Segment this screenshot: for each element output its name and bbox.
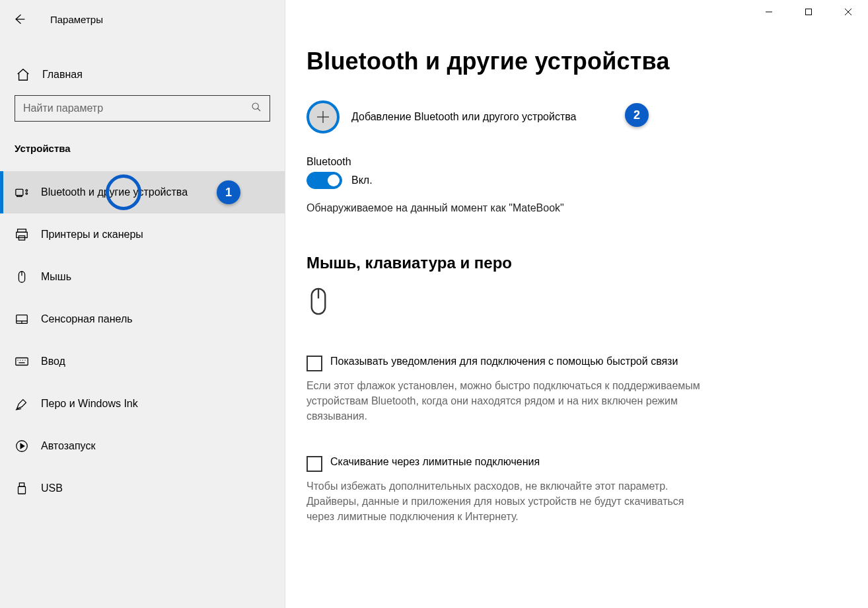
nav-label: USB xyxy=(41,482,63,494)
bluetooth-devices-icon xyxy=(15,185,29,200)
nav-pen[interactable]: Перо и Windows Ink xyxy=(0,383,285,425)
page-title: Bluetooth и другие устройства xyxy=(307,48,847,75)
printer-icon xyxy=(15,227,29,242)
usb-icon xyxy=(15,481,29,496)
nav-bluetooth[interactable]: Bluetooth и другие устройства 1 xyxy=(0,171,285,213)
toggle-state-label: Вкл. xyxy=(351,174,373,186)
bluetooth-heading: Bluetooth xyxy=(307,156,847,168)
svg-point-4 xyxy=(26,193,28,195)
mouse-device-icon[interactable] xyxy=(307,287,333,319)
search-input[interactable] xyxy=(23,102,251,114)
title-bar xyxy=(749,0,868,24)
pen-icon xyxy=(15,397,29,411)
nav-mouse[interactable]: Мышь xyxy=(0,256,285,298)
autoplay-icon xyxy=(15,439,29,453)
svg-rect-21 xyxy=(18,486,26,494)
app-title: Параметры xyxy=(50,14,103,25)
discoverable-text: Обнаруживаемое на данный момент как "Mat… xyxy=(307,202,847,214)
nav-autoplay[interactable]: Автозапуск xyxy=(0,425,285,467)
metered-label: Скачивание через лимитные подключения xyxy=(330,456,540,468)
svg-rect-5 xyxy=(18,229,26,233)
home-label: Главная xyxy=(42,69,83,81)
sidebar: Параметры Главная Устройства Bluetooth и… xyxy=(0,0,285,608)
svg-rect-23 xyxy=(806,9,812,15)
nav-label: Ввод xyxy=(41,356,65,367)
quick-pair-label: Показывать уведомления для подключения с… xyxy=(330,356,678,367)
content-pane: Bluetooth и другие устройства Добавление… xyxy=(285,0,868,608)
nav-label: Сенсорная панель xyxy=(41,313,133,325)
nav-label: Перо и Windows Ink xyxy=(41,398,138,410)
nav-typing[interactable]: Ввод xyxy=(0,340,285,383)
quick-pair-help: Если этот флажок установлен, можно быстр… xyxy=(307,378,703,424)
svg-rect-2 xyxy=(17,196,22,197)
add-device-plus-icon xyxy=(307,100,340,133)
sidebar-section-label: Устройства xyxy=(0,122,285,162)
nav-usb[interactable]: USB xyxy=(0,467,285,510)
mouse-icon xyxy=(15,270,29,284)
nav-label: Мышь xyxy=(41,271,71,283)
home-icon xyxy=(16,67,30,82)
quick-pair-checkbox[interactable] xyxy=(307,356,322,371)
back-button[interactable] xyxy=(12,12,26,26)
annotation-badge-2: 2 xyxy=(625,103,649,127)
nav-home[interactable]: Главная xyxy=(0,58,285,91)
section-mouse-keyboard: Мышь, клавиатура и перо xyxy=(307,254,847,272)
bluetooth-toggle[interactable] xyxy=(307,172,342,189)
nav-label: Автозапуск xyxy=(41,440,95,452)
search-icon xyxy=(251,102,262,115)
close-button[interactable] xyxy=(828,0,868,24)
search-box[interactable] xyxy=(15,95,270,122)
keyboard-icon xyxy=(15,354,29,369)
annotation-badge-1: 1 xyxy=(217,180,240,204)
nav-printers[interactable]: Принтеры и сканеры xyxy=(0,213,285,256)
svg-rect-13 xyxy=(16,358,28,365)
nav-label: Bluetooth и другие устройства xyxy=(41,186,188,198)
add-device-row[interactable]: Добавление Bluetooth или другого устройс… xyxy=(307,100,847,133)
svg-rect-20 xyxy=(19,483,24,487)
nav-label: Принтеры и сканеры xyxy=(41,229,143,241)
maximize-button[interactable] xyxy=(789,0,828,24)
svg-rect-1 xyxy=(16,189,23,195)
minimize-button[interactable] xyxy=(749,0,789,24)
svg-rect-6 xyxy=(17,232,28,237)
nav-touchpad[interactable]: Сенсорная панель xyxy=(0,298,285,340)
svg-point-0 xyxy=(252,103,258,109)
touchpad-icon xyxy=(15,312,29,326)
svg-point-3 xyxy=(26,190,28,192)
add-device-label: Добавление Bluetooth или другого устройс… xyxy=(351,111,577,123)
metered-help: Чтобы избежать дополнительных расходов, … xyxy=(307,478,703,525)
metered-checkbox[interactable] xyxy=(307,456,322,472)
